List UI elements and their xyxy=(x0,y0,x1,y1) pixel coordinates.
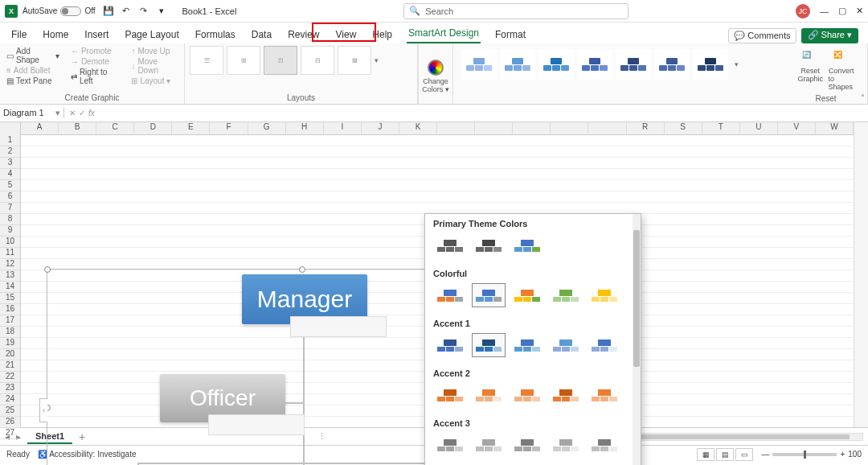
enter-formula-icon[interactable]: ✓ xyxy=(79,109,85,117)
color-swatch[interactable] xyxy=(549,333,583,357)
color-swatch[interactable] xyxy=(510,283,544,307)
column-header[interactable]: W xyxy=(816,122,854,134)
page-break-view-icon[interactable]: ▭ xyxy=(735,448,753,461)
tab-format[interactable]: Format xyxy=(493,26,527,43)
color-swatch[interactable] xyxy=(472,283,506,307)
row-header[interactable]: 13 xyxy=(0,270,20,282)
row-header[interactable]: 12 xyxy=(0,259,20,270)
row-header[interactable]: 4 xyxy=(0,169,20,180)
zoom-in-icon[interactable]: + xyxy=(840,450,845,459)
styles-more-icon[interactable]: ▾ xyxy=(731,60,742,68)
column-header[interactable]: J xyxy=(362,122,399,134)
row-header[interactable]: 17 xyxy=(0,315,20,327)
row-header[interactable]: 16 xyxy=(0,304,20,315)
qat-dropdown-icon[interactable]: ▾ xyxy=(155,5,168,18)
row-header[interactable]: 24 xyxy=(0,394,20,405)
convert-shapes-button[interactable]: 🔀 Convert to Shapes xyxy=(829,51,855,91)
column-header[interactable] xyxy=(475,122,513,134)
reset-graphic-button[interactable]: 🔄 Reset Graphic xyxy=(797,51,824,91)
row-header[interactable]: 25 xyxy=(0,405,20,417)
column-header[interactable] xyxy=(513,122,551,134)
color-swatch[interactable] xyxy=(433,233,467,257)
layouts-more-icon[interactable]: ▾ xyxy=(375,56,379,64)
panel-scrollbar[interactable] xyxy=(633,214,641,465)
share-button[interactable]: 🔗 Share ▾ xyxy=(801,28,858,43)
column-header[interactable]: F xyxy=(210,122,248,134)
row-header[interactable]: 27 xyxy=(0,428,20,439)
column-header[interactable]: G xyxy=(248,122,286,134)
collapse-ribbon-icon[interactable]: ˄ xyxy=(861,93,865,102)
tab-page-layout[interactable]: Page Layout xyxy=(123,26,180,43)
change-colors-button[interactable]: Change Colors ▾ xyxy=(418,43,453,104)
cancel-formula-icon[interactable]: ✕ xyxy=(69,109,76,117)
tab-review[interactable]: Review xyxy=(286,26,321,43)
color-swatch[interactable] xyxy=(588,383,621,407)
tab-help[interactable]: Help xyxy=(371,26,394,43)
redo-icon[interactable]: ↷ xyxy=(137,5,150,18)
smartart-style-option[interactable] xyxy=(461,49,497,80)
row-header[interactable]: 8 xyxy=(0,214,20,225)
color-swatch[interactable] xyxy=(549,383,583,407)
zoom-percent[interactable]: 100 xyxy=(848,450,862,459)
zoom-out-icon[interactable]: — xyxy=(761,450,769,459)
fx-icon[interactable]: fx xyxy=(88,109,95,117)
column-header[interactable] xyxy=(437,122,475,134)
row-header[interactable]: 9 xyxy=(0,225,20,237)
close-icon[interactable]: ✕ xyxy=(856,6,863,16)
column-header[interactable]: R xyxy=(627,122,665,134)
color-swatch[interactable] xyxy=(510,433,544,457)
smartart-style-option[interactable] xyxy=(500,49,535,80)
toggle-off-icon[interactable] xyxy=(60,6,81,16)
tab-insert[interactable]: Insert xyxy=(83,26,110,43)
tab-data[interactable]: Data xyxy=(250,26,273,43)
column-header[interactable]: E xyxy=(172,122,210,134)
color-swatch[interactable] xyxy=(472,383,506,407)
row-header[interactable]: 1 xyxy=(0,135,20,146)
color-swatch[interactable] xyxy=(588,333,621,357)
color-swatch[interactable] xyxy=(588,433,621,457)
add-shape-button[interactable]: ▭ Add Shape ▾ xyxy=(5,46,61,65)
row-header[interactable]: 21 xyxy=(0,360,20,372)
row-header[interactable]: 2 xyxy=(0,146,20,158)
row-header[interactable]: 19 xyxy=(0,338,20,349)
row-header[interactable]: 18 xyxy=(0,327,20,338)
minimize-icon[interactable]: — xyxy=(820,6,829,16)
zoom-slider[interactable] xyxy=(772,453,837,456)
smartart-style-option[interactable] xyxy=(538,49,574,80)
column-header[interactable]: B xyxy=(59,122,96,134)
column-header[interactable]: U xyxy=(740,122,778,134)
text-pane-expand-icon[interactable]: ‹ xyxy=(39,398,47,422)
color-swatch[interactable] xyxy=(433,433,467,457)
layout-option-2[interactable]: ⊞ xyxy=(227,46,260,75)
normal-view-icon[interactable]: ▦ xyxy=(697,448,714,461)
color-swatch[interactable] xyxy=(433,333,467,357)
row-header[interactable]: 14 xyxy=(0,282,20,293)
tab-home[interactable]: Home xyxy=(41,26,70,43)
column-header[interactable]: C xyxy=(96,122,134,134)
color-swatch[interactable] xyxy=(588,283,621,307)
color-swatch[interactable] xyxy=(549,283,583,307)
color-swatch[interactable] xyxy=(510,383,544,407)
right-to-left-button[interactable]: ⇄ Right to Left xyxy=(69,67,122,86)
row-header[interactable]: 11 xyxy=(0,248,20,259)
row-header[interactable]: 3 xyxy=(0,158,20,169)
column-header[interactable] xyxy=(551,122,588,134)
smartart-style-option[interactable] xyxy=(693,49,728,80)
row-header[interactable]: 23 xyxy=(0,383,20,394)
column-header[interactable] xyxy=(588,122,626,134)
column-header[interactable]: H xyxy=(286,122,324,134)
row-header[interactable]: 22 xyxy=(0,372,20,383)
autosave-toggle[interactable]: AutoSave Off xyxy=(23,6,96,16)
restore-icon[interactable]: ▢ xyxy=(838,6,846,16)
resize-handle[interactable] xyxy=(44,266,51,273)
column-header[interactable]: T xyxy=(702,122,740,134)
color-swatch[interactable] xyxy=(433,283,467,307)
resize-handle[interactable] xyxy=(299,266,305,273)
color-swatch[interactable] xyxy=(433,383,467,407)
row-header[interactable]: 5 xyxy=(0,180,20,191)
row-header[interactable]: 26 xyxy=(0,417,20,428)
page-layout-view-icon[interactable]: ▤ xyxy=(716,448,734,461)
color-swatch[interactable] xyxy=(549,433,583,457)
smartart-style-option[interactable] xyxy=(654,49,690,80)
row-header[interactable]: 20 xyxy=(0,349,20,360)
